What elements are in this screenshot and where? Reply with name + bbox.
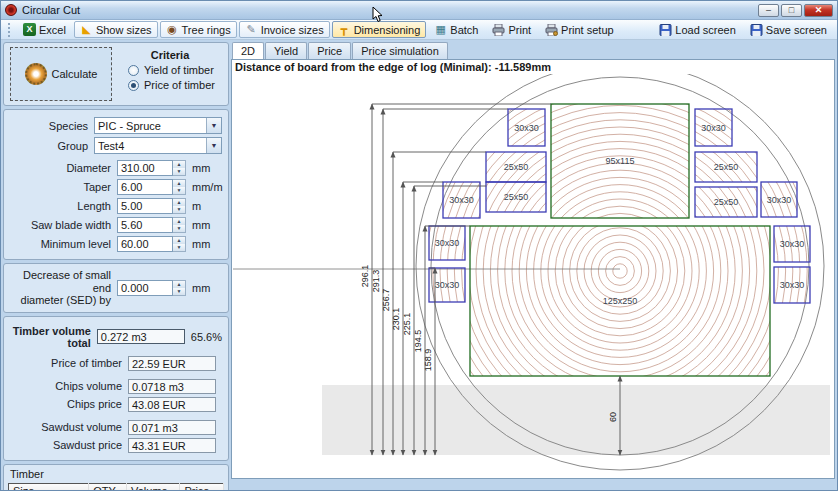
batch-label: Batch — [450, 24, 478, 36]
left-panel: Calculate Criteria Yield of timber Price… — [3, 42, 229, 487]
svg-text:30x30: 30x30 — [780, 239, 805, 249]
batch-button[interactable]: ▦ Batch — [428, 21, 484, 38]
dimensioning-icon: ┳ — [338, 23, 351, 36]
taper-unit: mm/m — [186, 181, 222, 193]
toolbar-grip — [8, 23, 12, 37]
radio-price-of-timber[interactable]: Price of timber — [128, 79, 222, 91]
timber-table: SizeQTYVolumePrice 95x11510.05464.37125x… — [8, 483, 224, 491]
tab-price[interactable]: Price — [308, 42, 351, 59]
save-screen-label: Save screen — [766, 24, 827, 36]
save-screen-icon — [750, 24, 763, 36]
tab-yield[interactable]: Yield — [265, 42, 307, 59]
criteria-group: Calculate Criteria Yield of timber Price… — [3, 42, 229, 106]
load-screen-button[interactable]: Load screen — [653, 21, 742, 38]
canvas-header: Distance of board from the edge of log (… — [232, 60, 834, 74]
close-button[interactable]: ✕ — [804, 4, 833, 17]
svg-text:30x30: 30x30 — [435, 280, 460, 290]
tab-2d[interactable]: 2D — [232, 42, 264, 59]
species-label: Species — [10, 120, 94, 132]
group-label: Group — [10, 140, 94, 152]
tree-rings-button[interactable]: ◉ Tree rings — [160, 21, 237, 38]
show-sizes-icon: ◣ — [80, 23, 93, 36]
diameter-stepper[interactable]: ▲▼ — [173, 160, 186, 176]
group-combobox[interactable]: Test4 ▼ — [94, 137, 222, 154]
gears-icon — [25, 63, 47, 85]
sawdust-price-value: 43.31 EUR — [128, 438, 216, 453]
print-button[interactable]: Print — [486, 21, 537, 38]
sed-label: Decrease of small enddiameter (SED) by — [10, 269, 117, 307]
price-of-timber-value: 22.59 EUR — [128, 356, 216, 371]
dimensioning-button[interactable]: ┳ Dimensioning — [332, 21, 427, 38]
tab-bar: 2D Yield Price Price simulation — [231, 42, 835, 59]
minimum-level-label: Minimum level — [10, 238, 117, 250]
tab-price-simulation[interactable]: Price simulation — [352, 42, 448, 59]
save-screen-button[interactable]: Save screen — [744, 21, 833, 38]
species-combobox[interactable]: PIC - Spruce ▼ — [94, 117, 222, 134]
dimensioning-label: Dimensioning — [354, 24, 421, 36]
svg-text:25x50: 25x50 — [504, 192, 529, 202]
load-screen-label: Load screen — [675, 24, 736, 36]
svg-text:25x50: 25x50 — [714, 197, 739, 207]
sed-stepper[interactable]: ▲▼ — [173, 280, 186, 296]
invoice-sizes-button[interactable]: ✎ Invoice sizes — [239, 21, 330, 38]
minimum-level-input[interactable]: 60.00 — [117, 236, 173, 252]
column-header-qty[interactable]: QTY — [89, 483, 127, 491]
svg-text:30x30: 30x30 — [767, 195, 792, 205]
svg-text:30x30: 30x30 — [701, 123, 726, 133]
minimize-button[interactable]: – — [758, 4, 779, 17]
invoice-sizes-label: Invoice sizes — [261, 24, 324, 36]
taper-label: Taper — [10, 181, 117, 193]
radio-yield-label: Yield of timber — [144, 64, 214, 76]
timber-table-header: SizeQTYVolumePrice — [9, 483, 224, 491]
taper-stepper[interactable]: ▲▼ — [173, 179, 186, 195]
diameter-input[interactable]: 310.00 — [117, 160, 173, 176]
svg-text:158.9: 158.9 — [423, 349, 433, 372]
chevron-down-icon[interactable]: ▼ — [206, 138, 221, 153]
right-panel: 2D Yield Price Price simulation Distance… — [231, 42, 835, 479]
excel-label: Excel — [39, 24, 66, 36]
print-setup-button[interactable]: Print setup — [539, 21, 620, 38]
column-header-price[interactable]: Price — [180, 483, 224, 491]
svg-text:25x50: 25x50 — [714, 162, 739, 172]
calculate-button[interactable]: Calculate — [10, 47, 112, 101]
timber-group-title: Timber — [8, 467, 224, 483]
sed-input[interactable]: 0.000 — [117, 280, 173, 296]
toolbar: X Excel ◣ Show sizes ◉ Tree rings ✎ Invo… — [1, 20, 837, 40]
group-value: Test4 — [95, 140, 206, 152]
chevron-down-icon[interactable]: ▼ — [206, 118, 221, 133]
maximize-button[interactable]: □ — [781, 4, 802, 17]
tree-rings-icon: ◉ — [166, 23, 179, 36]
print-setup-label: Print setup — [561, 24, 614, 36]
svg-text:225.1: 225.1 — [402, 313, 412, 336]
sawdust-volume-label: Sawdust volume — [10, 421, 128, 433]
column-header-volume[interactable]: Volume — [127, 483, 180, 491]
sawdust-price-label: Sawdust price — [10, 439, 128, 451]
sed-group: Decrease of small enddiameter (SED) by 0… — [3, 263, 229, 313]
radio-icon-checked — [128, 80, 139, 91]
length-stepper[interactable]: ▲▼ — [173, 198, 186, 214]
svg-text:256.7: 256.7 — [381, 289, 391, 312]
svg-text:95x115: 95x115 — [606, 156, 635, 166]
excel-icon: X — [23, 23, 36, 36]
log-cross-section-drawing: 30x3095x11530x3025x5025x5030x3025x5025x5… — [232, 74, 830, 479]
radio-yield-of-timber[interactable]: Yield of timber — [128, 64, 222, 76]
svg-text:291.3: 291.3 — [371, 270, 381, 293]
saw-blade-width-input[interactable]: 5.60 — [117, 217, 173, 233]
timber-group: Timber SizeQTYVolumePrice 95x11510.05464… — [3, 464, 229, 491]
window-title: Circular Cut — [22, 4, 80, 16]
sawdust-volume-value: 0.071 m3 — [128, 420, 216, 435]
column-header-size[interactable]: Size — [9, 483, 89, 491]
taper-input[interactable]: 6.00 — [117, 179, 173, 195]
saw-blade-width-stepper[interactable]: ▲▼ — [173, 217, 186, 233]
minimum-level-stepper[interactable]: ▲▼ — [173, 236, 186, 252]
saw-blade-width-unit: mm — [186, 219, 222, 231]
excel-button[interactable]: X Excel — [17, 21, 72, 38]
svg-text:25x50: 25x50 — [504, 162, 529, 172]
length-input[interactable]: 5.00 — [117, 198, 173, 214]
timber-volume-percent: 65.6% — [185, 331, 222, 343]
timber-volume-total-value: 0.272 m3 — [97, 329, 185, 344]
svg-text:60: 60 — [608, 412, 618, 422]
show-sizes-button[interactable]: ◣ Show sizes — [74, 21, 158, 38]
radio-price-label: Price of timber — [144, 79, 215, 91]
svg-text:230.1: 230.1 — [391, 308, 401, 331]
